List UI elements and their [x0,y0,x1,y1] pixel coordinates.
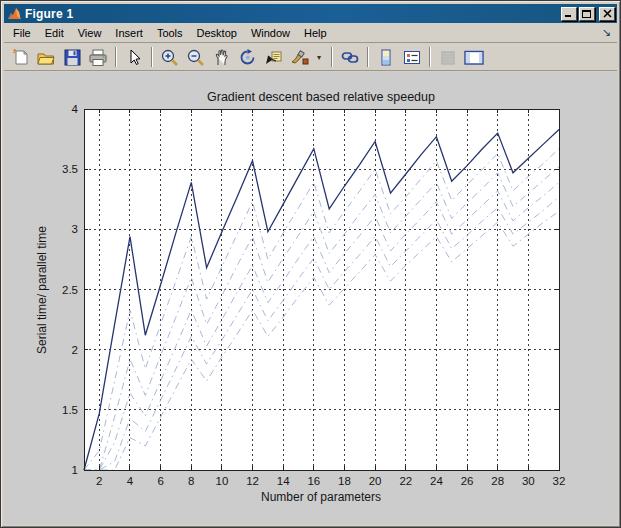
brush-data-icon [290,48,310,67]
x-tick-label: 18 [338,475,351,487]
menu-tools[interactable]: Tools [150,24,190,42]
y-tick-label: 1 [72,464,78,476]
close-icon [603,9,612,18]
zoom-out-icon [186,48,206,67]
print-figure-icon [88,48,108,67]
y-tick-label: 4 [72,103,79,115]
rotate-3d-button[interactable] [236,46,260,69]
hide-plot-tools-icon [439,48,457,67]
new-figure-icon [11,48,30,67]
x-tick-label: 32 [553,475,566,487]
x-tick-label: 28 [491,475,504,487]
zoom-in-icon [160,48,180,67]
dock-figure-arrow[interactable]: ↘ [596,26,617,39]
edit-plot-cursor-icon [125,48,143,67]
y-tick-label: 2.5 [62,284,78,296]
zoom-in-button[interactable] [158,46,182,69]
link-plot-button[interactable] [338,46,362,69]
titlebar[interactable]: Figure 1 [4,4,617,23]
rotate-3d-icon [238,48,258,67]
pan-hand-icon [212,48,232,67]
plot-title: Gradient descent based relative speedup [207,90,435,104]
minimize-button[interactable] [561,7,577,21]
insert-legend-icon [402,48,422,67]
hide-plot-tools-button[interactable] [436,46,460,69]
x-tick-label: 10 [216,475,229,487]
x-tick-label: 26 [461,475,474,487]
brush-data-button[interactable] [288,46,312,69]
y-tick-label: 2 [72,344,78,356]
x-tick-label: 8 [188,475,194,487]
menu-insert[interactable]: Insert [108,24,150,42]
x-axis-label: Number of parameters [261,490,381,504]
y-axis-label: Serial time/ parallel time [35,226,49,354]
figure-canvas: 246810121416182022242628303211.522.533.5… [4,72,617,524]
x-tick-label: 30 [522,475,535,487]
pan-button[interactable] [210,46,234,69]
y-tick-label: 3.5 [62,163,78,175]
x-tick-label: 6 [157,475,163,487]
brush-dropdown-button[interactable]: ▾ [314,46,326,69]
data-cursor-icon [264,48,284,67]
menu-file[interactable]: File [6,24,38,42]
link-plot-icon [340,48,360,67]
plot-axes: 246810121416182022242628303211.522.533.5… [4,72,619,526]
save-figure-icon [63,48,82,67]
menu-view[interactable]: View [71,24,109,42]
menubar: File Edit View Insert Tools Desktop Wind… [4,23,617,43]
x-tick-label: 2 [96,475,102,487]
menu-edit[interactable]: Edit [38,24,71,42]
toolbar-separator [429,47,431,67]
minimize-icon [564,9,574,18]
window-title: Figure 1 [25,5,561,23]
toolbar-separator [331,47,333,67]
x-tick-label: 24 [430,475,443,487]
figure-toolbar: ▾ [4,44,617,71]
toolbar-separator [115,47,117,67]
menu-help[interactable]: Help [297,24,334,42]
open-file-icon [36,48,56,67]
show-plot-tools-icon [463,48,485,67]
x-tick-label: 20 [369,475,382,487]
toolbar-separator [151,47,153,67]
figure-window: Figure 1 File Edit View Insert Tools Des… [0,0,621,528]
maximize-icon [582,9,592,18]
menu-desktop[interactable]: Desktop [190,24,244,42]
show-plot-tools-button[interactable] [462,46,486,69]
window-controls [561,7,615,21]
dropdown-arrow-icon: ▾ [317,53,321,62]
x-tick-label: 4 [127,475,134,487]
x-tick-label: 12 [246,475,259,487]
zoom-out-button[interactable] [184,46,208,69]
save-figure-button[interactable] [60,46,84,69]
insert-legend-button[interactable] [400,46,424,69]
edit-plot-button[interactable] [122,46,146,69]
data-cursor-button[interactable] [262,46,286,69]
print-figure-button[interactable] [86,46,110,69]
x-tick-label: 14 [277,475,290,487]
insert-colorbar-icon [377,48,395,67]
new-figure-button[interactable] [8,46,32,69]
close-button[interactable] [599,7,615,21]
x-tick-label: 16 [307,475,320,487]
insert-colorbar-button[interactable] [374,46,398,69]
maximize-button[interactable] [579,7,595,21]
x-tick-label: 22 [399,475,412,487]
open-file-button[interactable] [34,46,58,69]
menu-window[interactable]: Window [244,24,297,42]
y-tick-label: 3 [72,223,78,235]
y-tick-label: 1.5 [62,404,78,416]
toolbar-separator [367,47,369,67]
matlab-icon [7,7,22,21]
